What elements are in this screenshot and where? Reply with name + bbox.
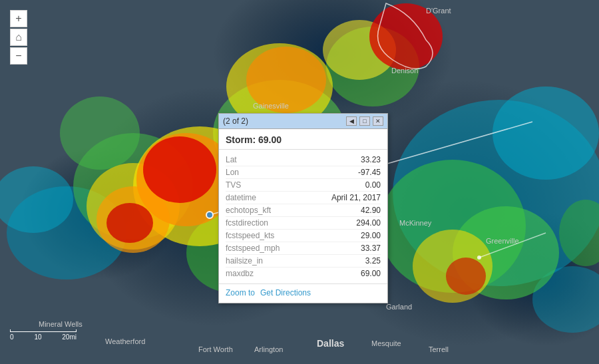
popup-key-fcstdirection: fcstdirection	[226, 218, 268, 228]
scale-labels: 0 10 20mi	[10, 333, 77, 341]
popup-key-echotops: echotops_kft	[226, 206, 271, 215]
popup-row-datetime: datetime April 21, 2017	[226, 192, 381, 204]
popup-val-echotops: 42.90	[361, 206, 381, 215]
svg-point-28	[106, 203, 153, 243]
popup-row-hailsize: hailsize_in 3.25	[226, 255, 381, 268]
popup-val-fcstspeed-mph: 33.37	[361, 244, 381, 253]
svg-point-17	[60, 96, 140, 170]
popup-prev-button[interactable]: ◀	[346, 116, 357, 126]
popup-val-hailsize: 3.25	[365, 256, 381, 266]
get-directions-link[interactable]: Get Directions	[260, 288, 311, 297]
popup: (2 of 2) ◀ □ ✕ Storm: 69.00 Lat 33.23 Lo…	[218, 113, 388, 303]
popup-key-tvs: TVS	[226, 180, 241, 190]
popup-footer: Zoom to Get Directions	[219, 283, 387, 303]
popup-val-fcstspeed-kts: 29.00	[361, 231, 381, 240]
svg-point-26	[246, 47, 326, 113]
svg-point-30	[446, 258, 486, 295]
map-controls: + ⌂ −	[10, 10, 27, 65]
popup-key-lon: Lon	[226, 168, 239, 177]
svg-point-33	[477, 256, 481, 260]
popup-row-tvs: TVS 0.00	[226, 179, 381, 192]
svg-point-29	[369, 3, 443, 70]
popup-key-lat: Lat	[226, 155, 237, 164]
popup-header: (2 of 2) ◀ □ ✕	[219, 114, 387, 129]
popup-body: Lat 33.23 Lon -97.45 TVS 0.00 datetime A…	[219, 150, 387, 283]
scale-label-10: 10	[34, 333, 41, 341]
svg-point-27	[143, 136, 216, 203]
scale-label-20mi: 20mi	[62, 333, 77, 341]
popup-row-lon: Lon -97.45	[226, 166, 381, 179]
popup-header-left: (2 of 2)	[223, 116, 248, 126]
popup-close-button[interactable]: ✕	[373, 116, 383, 126]
popup-val-datetime: April 21, 2017	[331, 193, 381, 202]
zoom-out-button[interactable]: −	[10, 47, 27, 65]
popup-title: Storm: 69.00	[219, 129, 387, 150]
popup-key-maxdbz: maxdbz	[226, 269, 254, 278]
popup-key-hailsize: hailsize_in	[226, 256, 263, 266]
popup-row-fcstspeed-mph: fcstspeed_mph 33.37	[226, 242, 381, 255]
popup-row-fcstspeed-kts: fcstspeed_kts 29.00	[226, 230, 381, 242]
popup-header-controls: ◀ □ ✕	[346, 116, 383, 126]
home-button[interactable]: ⌂	[10, 29, 27, 46]
popup-val-lat: 33.23	[361, 155, 381, 164]
scale-bar: 0 10 20mi	[10, 329, 77, 341]
popup-val-tvs: 0.00	[365, 180, 381, 190]
svg-point-34	[206, 212, 213, 218]
popup-key-fcstspeed-kts: fcstspeed_kts	[226, 231, 274, 240]
popup-val-fcstdirection: 294.00	[356, 218, 381, 228]
popup-counter: (2 of 2)	[223, 116, 248, 126]
popup-row-lat: Lat 33.23	[226, 154, 381, 166]
zoom-in-button[interactable]: +	[10, 10, 27, 27]
popup-row-echotops: echotops_kft 42.90	[226, 204, 381, 217]
scale-label-0: 0	[10, 333, 14, 341]
popup-val-maxdbz: 69.00	[361, 269, 381, 278]
popup-row-maxdbz: maxdbz 69.00	[226, 268, 381, 279]
popup-row-fcstdirection: fcstdirection 294.00	[226, 217, 381, 230]
zoom-to-link[interactable]: Zoom to	[226, 288, 255, 297]
svg-point-7	[493, 87, 599, 180]
popup-maximize-button[interactable]: □	[359, 116, 370, 126]
popup-key-fcstspeed-mph: fcstspeed_mph	[226, 244, 280, 253]
popup-key-datetime: datetime	[226, 193, 256, 202]
popup-val-lon: -97.45	[358, 168, 381, 177]
scale-line	[10, 329, 77, 332]
